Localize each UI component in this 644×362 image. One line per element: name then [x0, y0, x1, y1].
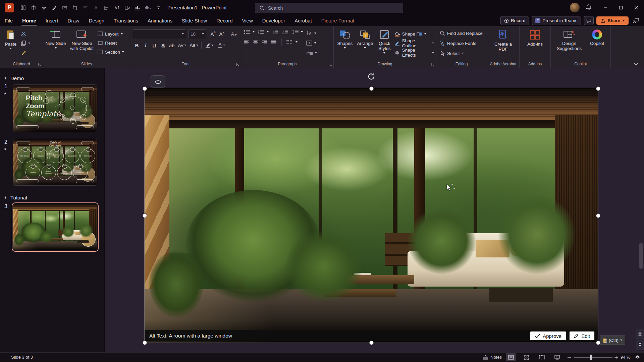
font-size-combobox[interactable]: 18: [188, 29, 206, 38]
move-icon[interactable]: [40, 4, 48, 11]
arrange-button[interactable]: Arrange: [356, 29, 375, 61]
shape-fill-button[interactable]: Shape Fill: [394, 30, 434, 38]
quick-styles-button[interactable]: Quick Styles: [376, 29, 393, 61]
share-button[interactable]: Share: [596, 16, 629, 25]
presenter-mode-icon[interactable]: [631, 16, 641, 25]
font-color-button[interactable]: A: [216, 41, 227, 49]
slide-picture[interactable]: Alt Text: A room with a large window App…: [145, 88, 598, 343]
customize-qat-icon[interactable]: [155, 4, 162, 11]
text-highlight-button[interactable]: [204, 41, 215, 49]
crop-icon[interactable]: [71, 4, 79, 11]
increase-indent-button[interactable]: [282, 29, 288, 34]
resize-handle-top-center[interactable]: [369, 86, 374, 91]
zoom-level[interactable]: 94 %: [621, 353, 631, 362]
layout-button[interactable]: Layout: [98, 30, 124, 38]
justify-button[interactable]: [271, 40, 277, 44]
new-slide-with-copilot-button[interactable]: New Slide with Copilot: [67, 29, 96, 61]
underline-button[interactable]: U: [150, 41, 158, 49]
wrap-text-icon[interactable]: [123, 4, 131, 11]
tab-animations[interactable]: Animations: [143, 15, 177, 26]
fit-slide-to-window-button[interactable]: [635, 353, 640, 362]
tab-insert[interactable]: Insert: [41, 15, 63, 26]
collapse-ribbon-button[interactable]: [634, 63, 638, 66]
drawing-dialog-launcher[interactable]: [431, 63, 435, 66]
shape-effects-button[interactable]: Shape Effects: [394, 49, 434, 56]
powerpoint-logo[interactable]: P: [5, 3, 14, 12]
bold-button[interactable]: B: [133, 41, 141, 49]
distribute-rows-icon[interactable]: [19, 4, 27, 11]
present-in-teams-button[interactable]: T Present in Teams: [532, 16, 581, 25]
rotate-text-icon[interactable]: A: [113, 4, 120, 11]
slide-show-button[interactable]: [552, 353, 562, 361]
slide-thumbnail-2[interactable]: Table ofContents Our Mission Solution Bu…: [13, 139, 97, 186]
notes-button[interactable]: Notes: [482, 353, 502, 362]
clear-formatting-button[interactable]: A: [230, 30, 238, 38]
reset-button[interactable]: Reset: [98, 39, 124, 47]
section-header-demo[interactable]: Demo: [5, 75, 24, 81]
create-a-pdf-button[interactable]: Create a PDF: [491, 29, 515, 61]
comments-button[interactable]: [584, 16, 594, 25]
font-name-combobox[interactable]: [133, 29, 186, 38]
new-slide-button[interactable]: New Slide: [45, 29, 66, 61]
designer-badge-button[interactable]: [151, 75, 165, 88]
design-suggestions-button[interactable]: Design Suggestions: [555, 29, 583, 61]
change-case-button[interactable]: Aa: [189, 41, 199, 49]
slide-thumbnail-3-selected[interactable]: [12, 202, 99, 252]
tab-record[interactable]: Record: [212, 15, 237, 26]
add-ins-button[interactable]: Add-ins: [525, 29, 545, 61]
tab-design[interactable]: Design: [84, 15, 109, 26]
zoom-slider-track[interactable]: [574, 357, 612, 358]
zoom-in-button[interactable]: [614, 353, 618, 362]
character-spacing-button[interactable]: AV: [176, 41, 188, 49]
shape-outline-button[interactable]: Shape Outline: [394, 40, 434, 47]
notifications-bell-icon[interactable]: [585, 4, 593, 12]
ink-tools-icon[interactable]: [51, 4, 58, 11]
resize-handle-middle-left[interactable]: [143, 214, 147, 218]
normal-view-button[interactable]: [506, 353, 516, 361]
tab-slide-show[interactable]: Slide Show: [177, 15, 212, 26]
paragraph-dialog-launcher[interactable]: [329, 63, 332, 66]
resize-handle-bottom-center[interactable]: [369, 341, 374, 345]
tab-draw[interactable]: Draw: [63, 15, 84, 26]
shapes-button[interactable]: Shapes: [336, 29, 354, 61]
chart-icon[interactable]: [134, 4, 141, 11]
vertical-scrollbar-thumb[interactable]: [639, 243, 643, 269]
tab-file[interactable]: File: [0, 15, 17, 26]
section-header-tutorial[interactable]: Tutorial: [5, 195, 27, 200]
previous-slide-button[interactable]: [636, 329, 644, 339]
resize-handle-bottom-left[interactable]: [143, 341, 147, 345]
resize-handle-top-left[interactable]: [143, 86, 147, 91]
align-left-icon[interactable]: [82, 4, 89, 11]
text-direction-button[interactable]: A: [306, 29, 317, 37]
close-button[interactable]: [629, 0, 644, 15]
search-field[interactable]: [267, 5, 399, 11]
record-button[interactable]: Record: [500, 16, 529, 25]
next-slide-button[interactable]: [636, 340, 644, 350]
minimize-button[interactable]: [598, 0, 613, 15]
copilot-button[interactable]: Copilot: [588, 29, 606, 61]
section-button[interactable]: Section: [98, 48, 124, 56]
italic-button[interactable]: I: [142, 41, 150, 49]
rotation-handle[interactable]: [368, 73, 375, 80]
tab-picture-format[interactable]: Picture Format: [317, 15, 359, 26]
align-right-button[interactable]: [262, 40, 268, 44]
tab-developer[interactable]: Developer: [258, 15, 290, 26]
account-avatar[interactable]: [570, 3, 580, 12]
text-shadow-button[interactable]: S: [159, 41, 167, 49]
tab-acrobat[interactable]: Acrobat: [290, 15, 317, 26]
decrease-indent-button[interactable]: [273, 29, 279, 34]
zoom-slider-thumb[interactable]: [590, 355, 592, 360]
convert-to-smartart-button[interactable]: [306, 49, 317, 56]
resize-handle-top-right[interactable]: [596, 86, 600, 91]
align-text-button[interactable]: [306, 39, 317, 47]
grow-font-button[interactable]: A˄: [209, 30, 217, 38]
format-painter-button[interactable]: [21, 49, 30, 56]
tab-home[interactable]: Home: [17, 15, 41, 26]
slide-thumbnail-1[interactable]: Pitch Zoom Template: [13, 84, 97, 132]
edit-alt-text-button[interactable]: Edit: [569, 331, 595, 341]
numbering-button[interactable]: 123: [258, 29, 265, 34]
align-objects-icon[interactable]: [103, 4, 110, 11]
strikethrough-button[interactable]: ab: [168, 41, 176, 49]
text-box-icon[interactable]: [61, 4, 68, 11]
copy-button[interactable]: [21, 40, 30, 47]
